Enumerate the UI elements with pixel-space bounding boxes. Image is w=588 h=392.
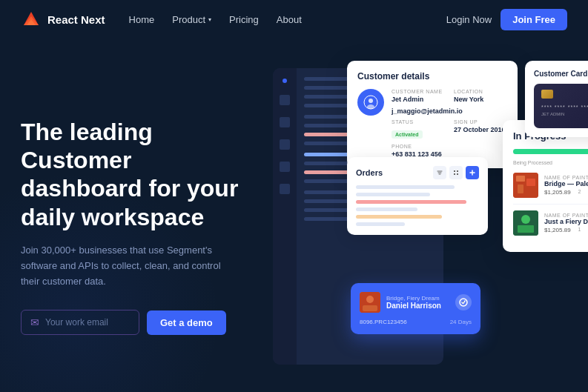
order-price-2: $1,205.89 xyxy=(544,227,571,233)
svg-rect-7 xyxy=(457,170,458,172)
order-qty-1: 2 xyxy=(578,189,581,196)
email-form: ✉ Get a demo xyxy=(21,310,258,335)
login-button[interactable]: Login Now xyxy=(446,14,492,25)
svg-point-15 xyxy=(521,215,530,224)
profile-thumb xyxy=(360,292,380,313)
customer-info-row: CUSTOMER NAME Jet Admin LOCATION New Yor… xyxy=(357,89,507,158)
sidebar-strip xyxy=(273,68,297,365)
profile-card-panel: Bridge, Fiery Dream Daniel Harrison 8096… xyxy=(351,283,480,334)
logo-text: React Next xyxy=(47,13,105,26)
status-label: STATUS xyxy=(392,119,445,124)
customer-status-field: STATUS Activated xyxy=(392,119,445,139)
location-value: New York xyxy=(454,96,507,103)
profile-date: 24 Days xyxy=(450,319,472,325)
join-button[interactable]: Join Free xyxy=(501,9,567,30)
order-bar-row-3 xyxy=(356,200,479,204)
nav-links: Home Product ▾ Pricing About xyxy=(129,14,446,25)
svg-rect-9 xyxy=(457,173,458,175)
hero-left: The leading Customer dashboard for your … xyxy=(21,118,273,336)
orders-add-btn[interactable] xyxy=(466,166,479,179)
orders-title: Orders xyxy=(356,168,383,177)
sidebar-icon-2 xyxy=(280,117,290,127)
order-qty-2: 1 xyxy=(578,227,581,233)
cc-name: JET ADMIN xyxy=(541,112,588,116)
customer-card-title: Customer Card xyxy=(534,70,588,78)
email-input-wrap[interactable]: ✉ xyxy=(21,310,139,335)
order-bars xyxy=(356,185,479,226)
order-name-1: Bridge — Palette Knife xyxy=(544,180,588,187)
svg-point-18 xyxy=(366,296,374,303)
svg-rect-11 xyxy=(516,176,525,182)
customer-card-panel: Customer Card VISA **** **** **** **** J… xyxy=(525,61,588,137)
customer-phone-field: PHONE +63 831 123 456 xyxy=(392,144,445,158)
sidebar-active-indicator xyxy=(283,79,287,83)
profile-name: Daniel Harrison xyxy=(386,302,449,310)
customer-since-field: SIGN UP 27 October 2016 xyxy=(454,119,507,139)
nav-pricing[interactable]: Pricing xyxy=(229,14,259,25)
order-item-2: NAME OF PAINTING Just a Fiery Dream $1,2… xyxy=(513,210,588,242)
order-item-1: NAME OF PAINTING Bridge — Palette Knife … xyxy=(513,173,588,205)
order-bar-2 xyxy=(356,193,430,196)
name-label: CUSTOMER NAME xyxy=(392,89,445,94)
profile-item-name: Bridge, Fiery Dream xyxy=(386,295,449,302)
phone-label: PHONE xyxy=(392,144,445,149)
svg-rect-19 xyxy=(363,305,377,311)
order-bar-row-5 xyxy=(356,215,479,219)
email-value: j_maggio@jetadmin.io xyxy=(392,107,507,115)
logo[interactable]: React Next xyxy=(21,9,105,30)
svg-rect-12 xyxy=(526,179,535,186)
status-badge: Activated xyxy=(392,130,423,139)
nav-home[interactable]: Home xyxy=(129,14,155,25)
svg-rect-6 xyxy=(454,170,455,172)
svg-point-4 xyxy=(369,99,373,103)
order-details-2: NAME OF PAINTING Just a Fiery Dream $1,2… xyxy=(544,213,588,233)
nav-actions: Login Now Join Free xyxy=(446,9,567,30)
get-demo-button[interactable]: Get a demo xyxy=(147,310,226,335)
orders-filter-btn[interactable] xyxy=(433,166,446,179)
customer-email-field: j_maggio@jetadmin.io xyxy=(392,107,507,115)
since-value: 27 October 2016 xyxy=(454,126,507,133)
order-meta-1: $1,205.89 2 xyxy=(544,189,588,196)
order-thumb-2 xyxy=(513,210,538,236)
nav-product[interactable]: Product ▾ xyxy=(172,14,211,25)
svg-rect-16 xyxy=(518,225,534,233)
hero-right: Customer details CUSTOMER NAME Jet Admin xyxy=(273,61,567,392)
credit-card: VISA **** **** **** **** JET ADMIN xyxy=(534,84,588,128)
customer-details-title: Customer details xyxy=(357,71,507,82)
inprogress-panel: In Progress Being Processed Order is Acc… xyxy=(503,120,588,252)
orders-view-btn[interactable] xyxy=(449,166,463,179)
nav-about[interactable]: About xyxy=(277,14,302,25)
svg-rect-13 xyxy=(518,185,523,193)
customer-location-field: LOCATION New York xyxy=(454,89,507,103)
cc-number: **** **** **** **** xyxy=(541,104,588,110)
sidebar-icon-5 xyxy=(280,184,290,194)
customer-details-card: Customer details CUSTOMER NAME Jet Admin xyxy=(347,61,518,168)
progress-labels: Being Processed Order is Accepted xyxy=(513,160,588,165)
order-bar-5 xyxy=(356,215,442,219)
cc-chip xyxy=(541,90,553,99)
svg-rect-8 xyxy=(454,173,455,175)
order-bar-row-6 xyxy=(356,222,479,226)
svg-point-5 xyxy=(367,104,374,109)
sidebar-icon-4 xyxy=(280,162,290,172)
customer-fields: CUSTOMER NAME Jet Admin LOCATION New Yor… xyxy=(392,89,507,158)
order-bar-row-4 xyxy=(356,207,479,211)
order-maker-label-1: NAME OF PAINTING xyxy=(544,175,588,180)
order-bar-row-1 xyxy=(356,185,479,189)
email-icon: ✉ xyxy=(30,316,39,328)
progress-bar-wrap xyxy=(513,149,588,154)
orders-actions xyxy=(433,166,479,179)
since-label: SIGN UP xyxy=(454,119,507,124)
order-name-2: Just a Fiery Dream xyxy=(544,218,588,225)
order-bar-row-2 xyxy=(356,193,479,196)
profile-top: Bridge, Fiery Dream Daniel Harrison xyxy=(360,292,472,313)
orders-header: Orders xyxy=(356,166,479,179)
sidebar-icon-3 xyxy=(280,139,290,150)
order-bar-3 xyxy=(356,200,466,204)
order-price-1: $1,205.89 xyxy=(544,189,571,196)
email-input[interactable] xyxy=(45,317,127,328)
order-details-1: NAME OF PAINTING Bridge — Palette Knife … xyxy=(544,175,588,196)
order-bar-4 xyxy=(356,207,417,211)
location-label: LOCATION xyxy=(454,89,507,94)
profile-bottom: 8096.PRC123456 24 Days xyxy=(360,319,472,325)
